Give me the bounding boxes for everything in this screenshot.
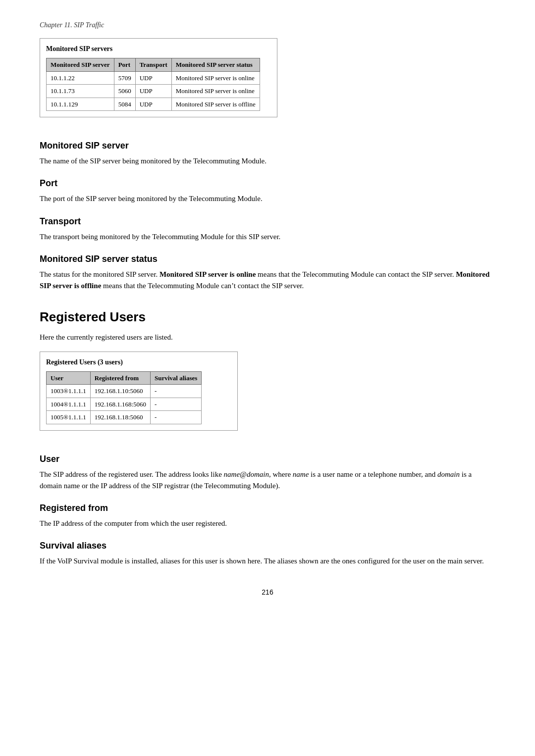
section-heading-transport: Transport — [40, 215, 495, 228]
registered-from-cell: 192.168.1.10:5060 — [90, 385, 150, 398]
registered-from-cell: 192.168.1.18:5060 — [90, 411, 150, 424]
user-text-part3: , where — [269, 470, 293, 478]
section-body-monitored-sip-server: The name of the SIP server being monitor… — [40, 155, 495, 167]
transport-cell: UDP — [135, 98, 171, 111]
user-cell: 1005®1.1.1.1 — [47, 411, 91, 424]
section-body-registered-from: The IP address of the computer from whic… — [40, 518, 495, 529]
monitored-sip-box-title: Monitored SIP servers — [46, 44, 271, 54]
col-header-transport: Transport — [135, 58, 171, 72]
transport-cell: UDP — [135, 71, 171, 85]
table-row: 10.1.1.73 5060 UDP Monitored SIP server … — [47, 85, 260, 98]
table-row: 10.1.1.22 5709 UDP Monitored SIP server … — [47, 71, 260, 85]
registered-users-box: Registered Users (3 users) User Register… — [40, 352, 238, 431]
sip-server-cell: 10.1.1.129 — [47, 98, 114, 111]
registered-users-box-title: Registered Users (3 users) — [46, 357, 231, 367]
status-text-part3: means that the Telecommuting Module can … — [256, 270, 456, 278]
status-cell: Monitored SIP server is online — [171, 71, 260, 85]
user-italic-domain: domain — [437, 470, 460, 478]
sip-server-cell: 10.1.1.73 — [47, 85, 114, 98]
section-heading-port: Port — [40, 177, 495, 190]
user-text-part1: The SIP address of the registered user. … — [40, 470, 224, 478]
col-header-registered-from: Registered from — [90, 371, 150, 385]
registered-users-table: User Registered from Survival aliases 10… — [46, 371, 202, 424]
section-body-survival-aliases: If the VoIP Survival module is installed… — [40, 555, 495, 567]
chapter-title: Chapter 11. SIP Traffic — [40, 20, 495, 30]
section-heading-registered-from: Registered from — [40, 502, 495, 515]
port-cell: 5709 — [114, 71, 135, 85]
monitored-sip-box: Monitored SIP servers Monitored SIP serv… — [40, 38, 277, 117]
monitored-sip-table: Monitored SIP server Port Transport Moni… — [46, 58, 260, 111]
table-row: 1003®1.1.1.1 192.168.1.10:5060 - — [47, 385, 202, 398]
status-cell: Monitored SIP server is offline — [171, 98, 260, 111]
col-header-sip-server: Monitored SIP server — [47, 58, 114, 72]
survival-aliases-cell: - — [151, 385, 202, 398]
section-heading-survival-aliases: Survival aliases — [40, 539, 495, 553]
survival-aliases-cell: - — [151, 411, 202, 424]
port-cell: 5060 — [114, 85, 135, 98]
port-cell: 5084 — [114, 98, 135, 111]
survival-aliases-cell: - — [151, 398, 202, 411]
status-text-part5: means that the Telecommuting Module can’… — [101, 282, 304, 290]
transport-cell: UDP — [135, 85, 171, 98]
user-cell: 1003®1.1.1.1 — [47, 385, 91, 398]
user-text-part5: is a user name or a telephone number, an… — [309, 470, 437, 478]
monitored-sip-table-header-row: Monitored SIP server Port Transport Moni… — [47, 58, 260, 72]
section-body-monitored-status: The status for the monitored SIP server.… — [40, 269, 495, 292]
section-heading-monitored-sip-server: Monitored SIP server — [40, 139, 495, 152]
table-row: 10.1.1.129 5084 UDP Monitored SIP server… — [47, 98, 260, 111]
section-heading-user: User — [40, 453, 495, 466]
table-row: 1005®1.1.1.1 192.168.1.18:5060 - — [47, 411, 202, 424]
table-row: 1004®1.1.1.1 192.168.1.168:5060 - — [47, 398, 202, 411]
user-italic-name: name — [293, 470, 309, 478]
section-body-user: The SIP address of the registered user. … — [40, 469, 495, 492]
registered-users-heading: Registered Users — [40, 307, 495, 327]
registered-users-intro: Here the currently registered users are … — [40, 332, 495, 343]
col-header-status: Monitored SIP server status — [171, 58, 260, 72]
section-body-transport: The transport being monitored by the Tel… — [40, 231, 495, 243]
sip-server-cell: 10.1.1.22 — [47, 71, 114, 85]
status-text-part1: The status for the monitored SIP server. — [40, 270, 160, 278]
status-cell: Monitored SIP server is online — [171, 85, 260, 98]
page-number: 216 — [40, 587, 495, 598]
section-body-port: The port of the SIP server being monitor… — [40, 193, 495, 204]
col-header-port: Port — [114, 58, 135, 72]
col-header-user: User — [47, 371, 91, 385]
registered-users-header-row: User Registered from Survival aliases — [47, 371, 202, 385]
section-heading-monitored-status: Monitored SIP server status — [40, 252, 495, 266]
registered-from-cell: 192.168.1.168:5060 — [90, 398, 150, 411]
user-cell: 1004®1.1.1.1 — [47, 398, 91, 411]
user-italic-name-domain: name@domain — [224, 470, 269, 478]
col-header-survival-aliases: Survival aliases — [151, 371, 202, 385]
status-bold-online: Monitored SIP server is online — [160, 270, 256, 278]
